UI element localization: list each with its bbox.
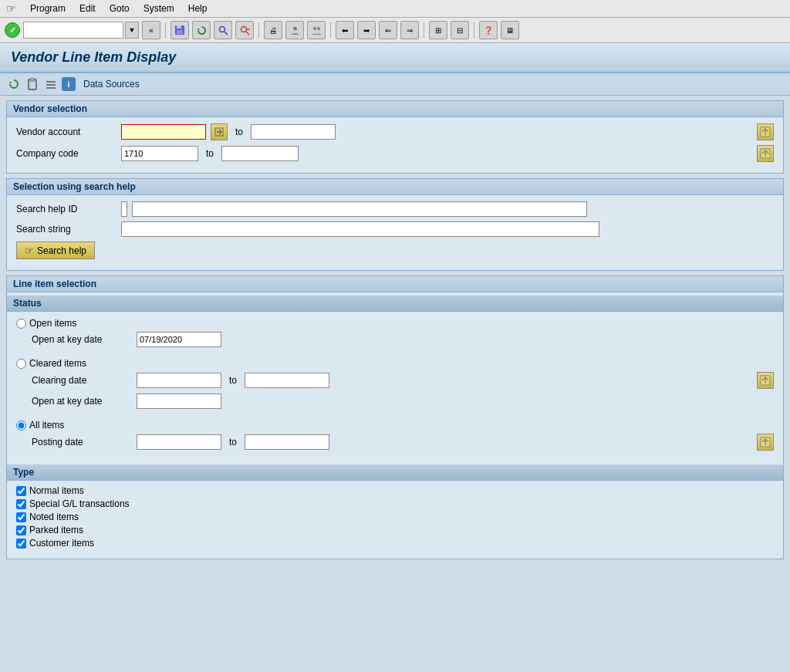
expand-btn[interactable]: ⊞ [429, 21, 447, 39]
sub-list-btn[interactable] [43, 76, 59, 92]
customer-items-label: Customer items [29, 538, 94, 549]
posting-date-label: Posting date [32, 437, 132, 447]
toolbar: ✓ ▼ « 🖨 ⬅ ➡ ⇐ ⇒ ⊞ ⊟ ❓ 🖥 [0, 18, 790, 43]
status-header: Status [7, 295, 783, 312]
sep3 [330, 22, 331, 38]
find-btn[interactable] [214, 21, 232, 39]
special-gl-label: Special G/L transactions [29, 498, 130, 509]
svg-rect-2 [177, 30, 183, 34]
posting-date-from-input[interactable] [137, 434, 221, 450]
line-item-section: Line item selection Status Open items Op… [6, 275, 784, 559]
special-gl-checkbox[interactable] [16, 499, 26, 509]
command-input[interactable] [23, 22, 123, 39]
posting-date-range-btn[interactable] [757, 434, 774, 451]
find-next-btn[interactable] [235, 21, 254, 39]
search-help-id-input[interactable] [132, 201, 587, 217]
svg-point-10 [313, 27, 316, 30]
noted-items-checkbox[interactable] [16, 512, 26, 522]
search-help-id-checkbox-indicator [121, 201, 127, 217]
nav-back-btn[interactable]: « [142, 21, 160, 39]
vendor-selection-header: Vendor selection [7, 101, 783, 117]
search-help-id-label: Search help ID [16, 204, 116, 214]
search-help-button[interactable]: ☞ Search help [16, 241, 95, 259]
posting-date-to-label: to [229, 437, 237, 447]
menu-edit[interactable]: Edit [79, 3, 96, 14]
vendor-account-range-btn[interactable] [757, 123, 774, 140]
data-sources-label[interactable]: Data Sources [83, 79, 140, 89]
company-code-range-btn[interactable] [757, 145, 774, 162]
company-code-input[interactable] [121, 146, 198, 161]
nav-first-btn[interactable]: ⇐ [379, 21, 397, 39]
nav-next-btn[interactable]: ➡ [357, 21, 376, 39]
normal-items-checkbox[interactable] [16, 486, 26, 496]
vendor-selection-section: Vendor selection Vendor account to Compa… [6, 100, 784, 174]
company-code-label: Company code [16, 148, 116, 159]
vendor-account-to-input[interactable] [251, 124, 336, 140]
posting-date-to-input[interactable] [245, 434, 329, 450]
command-dropdown-btn[interactable]: ▼ [125, 22, 139, 39]
main-content: Vendor Line Item Display i Data Sources … [0, 43, 790, 559]
svg-rect-1 [177, 25, 181, 29]
type-subsection: Type Normal items Special G/L transactio… [7, 464, 783, 555]
collapse-btn[interactable]: ⊟ [451, 21, 469, 39]
svg-point-9 [293, 26, 297, 30]
clearing-date-range-btn[interactable] [757, 372, 774, 389]
user1-btn[interactable] [285, 21, 304, 39]
customer-items-row: Customer items [16, 538, 774, 549]
cleared-items-radio[interactable] [16, 359, 26, 369]
svg-rect-14 [30, 79, 35, 81]
search-help-section: Selection using search help Search help … [6, 178, 784, 271]
all-items-radio[interactable] [16, 420, 26, 431]
open-key-date2-row: Open at key date [32, 393, 774, 409]
search-help-btn-icon: ☞ [25, 245, 34, 256]
help-btn[interactable]: ❓ [479, 21, 498, 39]
monitor-btn[interactable]: 🖥 [501, 21, 519, 39]
type-header: Type [7, 464, 783, 481]
parked-items-checkbox[interactable] [16, 525, 26, 535]
search-string-label: Search string [16, 224, 116, 235]
company-code-to-input[interactable] [221, 146, 299, 161]
normal-items-label: Normal items [29, 485, 84, 496]
print-btn[interactable]: 🖨 [264, 21, 282, 39]
user2-btn[interactable] [307, 21, 326, 39]
vendor-selection-content: Vendor account to Company code to [7, 117, 783, 173]
search-help-btn-label: Search help [37, 245, 86, 256]
vendor-account-picker-btn[interactable] [211, 123, 228, 140]
open-key-date2-input[interactable] [137, 393, 221, 409]
status-icon[interactable]: ✓ [5, 22, 20, 38]
customer-items-checkbox[interactable] [16, 539, 26, 549]
svg-point-4 [219, 26, 225, 32]
svg-point-11 [317, 27, 320, 30]
refresh-btn[interactable] [192, 21, 211, 39]
menu-goto[interactable]: Goto [110, 3, 130, 14]
svg-line-5 [225, 32, 228, 35]
search-help-btn-row: ☞ Search help [16, 241, 774, 259]
clearing-date-to-input[interactable] [245, 373, 329, 388]
vendor-account-input[interactable] [121, 124, 206, 140]
sep4 [424, 22, 424, 38]
sub-clipboard-btn[interactable] [25, 76, 40, 92]
menu-program[interactable]: Program [30, 3, 66, 14]
page-title-bar: Vendor Line Item Display [0, 43, 790, 73]
nav-last-btn[interactable]: ⇒ [400, 21, 419, 39]
nav-prev-btn[interactable]: ⬅ [336, 21, 354, 39]
open-items-row: Open items [16, 318, 774, 329]
menu-help[interactable]: Help [188, 3, 208, 14]
save-btn[interactable] [170, 21, 189, 39]
search-string-input[interactable] [121, 221, 599, 237]
sep1 [165, 22, 166, 38]
svg-point-6 [241, 26, 246, 32]
clearing-date-from-input[interactable] [137, 373, 221, 388]
open-key-date-input[interactable] [137, 332, 221, 347]
vendor-account-row: Vendor account to [16, 123, 774, 140]
vendor-account-label: Vendor account [16, 127, 116, 137]
menu-system[interactable]: System [143, 3, 174, 14]
open-key-date2-label: Open at key date [32, 396, 132, 407]
noted-items-row: Noted items [16, 512, 774, 522]
open-items-radio[interactable] [16, 319, 26, 329]
parked-items-row: Parked items [16, 525, 774, 535]
sub-refresh-btn[interactable] [6, 76, 22, 92]
sub-info-btn[interactable]: i [62, 77, 76, 91]
all-items-row: All items [16, 420, 774, 431]
page-title: Vendor Line Item Display [11, 49, 176, 65]
